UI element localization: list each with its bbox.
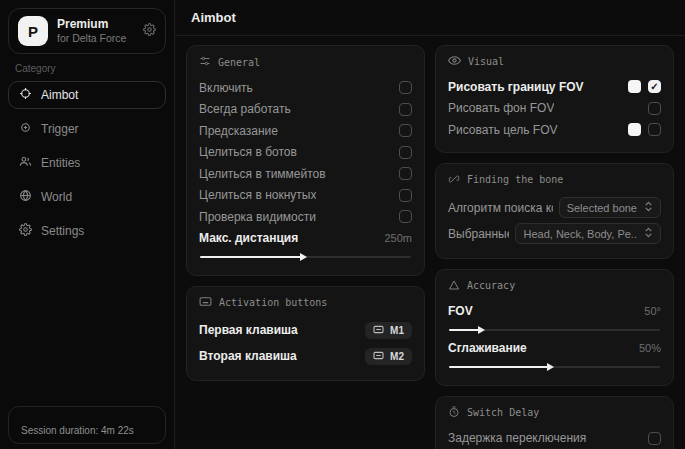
sliders-icon xyxy=(199,55,211,69)
selected-bones-select[interactable]: Head, Neck, Body, Pe.. xyxy=(515,223,661,244)
bone-algorithm-value: Selected bone xyxy=(567,202,637,214)
checkbox-target-knocked[interactable] xyxy=(399,189,412,202)
sidebar-nav: Aimbot Trigger Entities World xyxy=(0,81,174,245)
checkbox-prediction[interactable] xyxy=(399,124,412,137)
slider-fill xyxy=(449,366,548,368)
slider-fill xyxy=(449,329,479,331)
left-column: General Включить Всегда работать Предска… xyxy=(186,45,425,440)
content: General Включить Всегда работать Предска… xyxy=(175,36,685,449)
visual-card: Visual Рисовать границу FOV ✓ Рисовать ф… xyxy=(435,45,674,153)
keybind-row: Первая клавиша M1 xyxy=(199,317,412,343)
max-distance-slider[interactable] xyxy=(200,256,411,258)
keybind-label: Вторая клавиша xyxy=(199,349,297,363)
crosshair-plus-icon xyxy=(19,121,32,137)
bone-icon xyxy=(448,173,460,187)
eye-icon xyxy=(448,55,461,68)
keybind-label: Первая клавиша xyxy=(199,323,298,337)
sidebar-item-label: Trigger xyxy=(41,122,79,136)
slider-label: Сглаживание xyxy=(448,341,527,355)
slider-label: FOV xyxy=(448,304,473,318)
category-label: Category xyxy=(15,63,159,74)
keybind-m2-button[interactable]: M2 xyxy=(365,348,412,365)
visual-row: Рисовать фон FOV xyxy=(448,98,661,120)
switch-delay-card: Switch Delay Задержка переключения Задер… xyxy=(435,396,674,449)
brand-card: P Premium for Delta Force xyxy=(8,8,166,54)
sidebar: P Premium for Delta Force Category Aimbo… xyxy=(0,0,175,449)
bones-card-title: Finding the bone xyxy=(448,173,661,187)
keybind-m1-button[interactable]: M1 xyxy=(365,322,412,339)
brand-logo: P xyxy=(18,16,48,46)
toggle-label: Целиться в нокнутых xyxy=(199,188,316,202)
checkbox-always-work[interactable] xyxy=(399,103,412,116)
bones-card: Finding the bone Алгоритм поиска костей … xyxy=(435,163,674,259)
triangle-icon xyxy=(448,279,460,293)
keyboard-icon xyxy=(373,351,384,362)
sidebar-item-entities[interactable]: Entities xyxy=(8,149,166,177)
sidebar-item-aimbot[interactable]: Aimbot xyxy=(8,81,166,109)
general-card-title: General xyxy=(199,55,412,69)
sidebar-item-trigger[interactable]: Trigger xyxy=(8,115,166,143)
visual-label: Рисовать фон FOV xyxy=(448,101,554,115)
checkbox-switch-delay[interactable] xyxy=(648,432,661,445)
chevron-up-down-icon xyxy=(644,201,653,214)
sidebar-item-label: Aimbot xyxy=(41,88,78,102)
toggle-row: Всегда работать xyxy=(199,99,412,121)
color-swatch[interactable] xyxy=(628,123,641,136)
activation-card-title-text: Activation buttons xyxy=(219,297,327,308)
globe-icon xyxy=(19,189,32,205)
activation-card: Activation buttons Первая клавиша M1 Вто… xyxy=(186,286,425,381)
gear-icon[interactable] xyxy=(143,22,156,40)
slider-value: 50% xyxy=(639,342,661,354)
visual-label: Рисовать границу FOV xyxy=(448,80,584,94)
slider-value: 50° xyxy=(644,305,661,317)
checkbox-target-teammates[interactable] xyxy=(399,167,412,180)
visual-row: Рисовать границу FOV ✓ xyxy=(448,76,661,98)
brand-name: Premium xyxy=(57,17,134,32)
activation-card-title: Activation buttons xyxy=(199,296,412,309)
checkbox-draw-fov-background[interactable] xyxy=(648,102,661,115)
sidebar-item-label: Settings xyxy=(41,224,84,238)
checkbox-target-bots[interactable] xyxy=(399,146,412,159)
sidebar-item-label: Entities xyxy=(41,156,80,170)
keybind-value: M2 xyxy=(390,351,404,362)
bone-algorithm-select[interactable]: Selected bone xyxy=(559,197,661,218)
keyboard-icon xyxy=(199,296,212,309)
gear-icon xyxy=(19,223,32,239)
sidebar-item-label: World xyxy=(41,190,72,204)
toggle-label: Всегда работать xyxy=(199,102,291,116)
accuracy-card-title-text: Accuracy xyxy=(467,280,515,291)
clock-icon xyxy=(448,406,460,420)
toggle-row: Задержка переключения xyxy=(448,428,661,449)
slider-value: 250m xyxy=(384,232,412,244)
general-card-title-text: General xyxy=(218,57,260,68)
app-window: P Premium for Delta Force Category Aimbo… xyxy=(0,0,685,449)
keybind-row: Вторая клавиша M2 xyxy=(199,343,412,369)
general-card: General Включить Всегда работать Предска… xyxy=(186,45,425,276)
toggle-label: Целиться в ботов xyxy=(199,145,297,159)
toggle-label: Проверка видимости xyxy=(199,210,316,224)
fov-slider[interactable] xyxy=(449,329,660,331)
keyboard-icon xyxy=(373,325,384,336)
slider-label: Макс. дистанция xyxy=(199,231,298,245)
checkbox-enable[interactable] xyxy=(399,81,412,94)
color-swatch[interactable] xyxy=(628,80,641,93)
brand-text: Premium for Delta Force xyxy=(57,17,134,45)
toggle-label: Предсказание xyxy=(199,124,278,138)
smoothing-slider[interactable] xyxy=(449,366,660,368)
checkbox-draw-fov-border[interactable]: ✓ xyxy=(648,80,661,93)
checkbox-draw-fov-target[interactable] xyxy=(648,123,661,136)
right-column: Visual Рисовать границу FOV ✓ Рисовать ф… xyxy=(435,45,674,440)
slider-row: FOV 50° xyxy=(448,301,661,323)
sidebar-item-world[interactable]: World xyxy=(8,183,166,211)
selected-bones-value: Head, Neck, Body, Pe.. xyxy=(523,228,637,240)
sidebar-item-settings[interactable]: Settings xyxy=(8,217,166,245)
slider-fill xyxy=(200,256,301,258)
chevron-up-down-icon xyxy=(644,227,653,240)
slider-row: Макс. дистанция 250m xyxy=(199,228,412,250)
session-duration-text: Session duration: 4m 22s xyxy=(21,425,134,436)
checkbox-visibility-check[interactable] xyxy=(399,210,412,223)
bone-select-row: Алгоритм поиска костей Selected bone xyxy=(448,195,661,221)
toggle-label: Целиться в тиммейтов xyxy=(199,167,326,181)
slider-row: Сглаживание 50% xyxy=(448,337,661,359)
session-duration: Session duration: 4m 22s xyxy=(8,406,166,444)
